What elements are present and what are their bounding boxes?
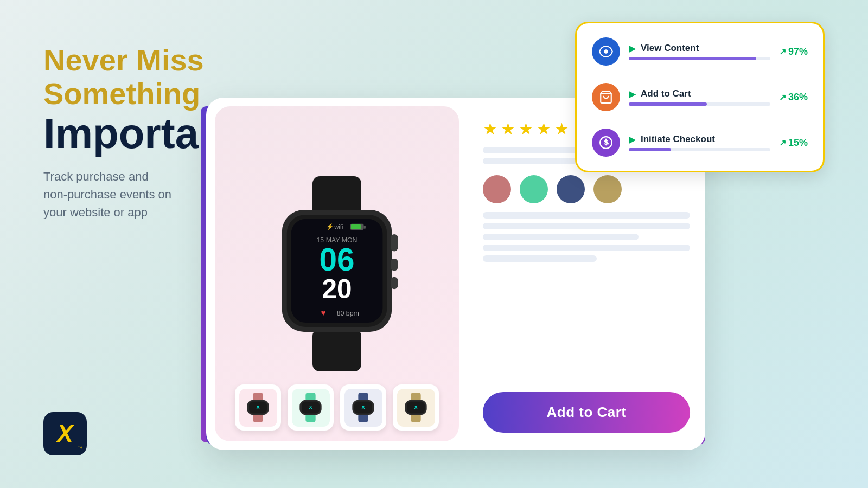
add-to-cart-label: ▶ Add to Cart (629, 88, 770, 99)
view-content-content: ▶ View Content (629, 43, 770, 60)
svg-rect-16 (351, 224, 361, 229)
star-4: ★ (537, 119, 551, 138)
initiate-checkout-percent: ↗ 15% (779, 137, 808, 149)
thumbnail-rose[interactable]: X (235, 384, 281, 431)
thumbnail-strip: X X (215, 384, 459, 431)
svg-text:06: 06 (319, 242, 354, 277)
add-to-cart-bar (629, 102, 707, 106)
logo-letter: X (57, 422, 73, 446)
watch-svg: 15 MAY MON 06 20 ♥ 80 bpm ⚡ wifi (256, 176, 418, 371)
product-image-section: 15 MAY MON 06 20 ♥ 80 bpm ⚡ wifi (215, 106, 459, 441)
swatch-gold[interactable] (593, 175, 622, 203)
star-3: ★ (519, 119, 533, 138)
desc-line-3 (483, 234, 639, 240)
view-content-bar-bg (629, 57, 770, 60)
metric-view-content: ▶ View Content ↗ 97% (585, 32, 814, 71)
more-description-lines (483, 212, 690, 383)
add-to-cart-content: ▶ Add to Cart (629, 88, 770, 106)
add-to-cart-percent: ↗ 36% (779, 92, 808, 103)
svg-rect-17 (364, 226, 366, 229)
swatch-rose[interactable] (483, 175, 511, 203)
svg-rect-12 (391, 277, 398, 290)
star-2: ★ (501, 119, 515, 138)
svg-text:X: X (309, 404, 312, 410)
desc-line-2 (483, 223, 690, 229)
up-arrow-icon-3: ↗ (779, 138, 786, 148)
view-content-bar (629, 57, 756, 60)
subtitle-line3: your website or app (43, 206, 148, 219)
svg-text:$: $ (604, 138, 608, 146)
initiate-checkout-content: ▶ Initiate Checkout (629, 134, 770, 151)
swatch-mint[interactable] (520, 175, 548, 203)
svg-rect-11 (391, 259, 398, 271)
star-5: ★ (554, 119, 569, 138)
svg-text:♥: ♥ (321, 308, 326, 317)
thumbnail-gold[interactable]: X (393, 384, 439, 431)
star-1: ★ (483, 119, 497, 138)
color-swatches (483, 175, 690, 203)
initiate-checkout-label: ▶ Initiate Checkout (629, 134, 770, 145)
add-to-cart-icon (592, 83, 620, 111)
add-to-cart-button[interactable]: Add to Cart (483, 392, 690, 433)
view-content-percent: ↗ 97% (779, 46, 808, 57)
svg-point-38 (604, 49, 608, 54)
svg-rect-1 (312, 329, 361, 371)
up-arrow-icon-2: ↗ (779, 92, 786, 102)
svg-text:X: X (256, 404, 260, 410)
desc-line-1 (483, 212, 690, 219)
desc-line-5 (483, 255, 597, 262)
subtitle-line1: Track purchase and (43, 170, 149, 183)
view-content-label: ▶ View Content (629, 43, 770, 54)
initiate-checkout-bar (629, 148, 671, 151)
swatch-navy[interactable] (557, 175, 585, 203)
metric-add-to-cart: ▶ Add to Cart ↗ 36% (585, 78, 814, 117)
thumbnail-mint[interactable]: X (288, 384, 334, 431)
svg-text:wifi: wifi (334, 223, 343, 230)
svg-text:X: X (414, 404, 418, 410)
logo-tm: ™ (78, 446, 82, 451)
initiate-checkout-icon: $ (592, 129, 620, 157)
svg-text:⚡: ⚡ (326, 223, 334, 230)
svg-text:X: X (361, 404, 365, 410)
initiate-checkout-bar-bg (629, 148, 770, 151)
subtitle-line2: non-purchase events on (43, 188, 171, 201)
product-image: 15 MAY MON 06 20 ♥ 80 bpm ⚡ wifi (245, 171, 429, 377)
up-arrow-icon: ↗ (779, 47, 786, 57)
metrics-panel: ▶ View Content ↗ 97% ▶ Add to Cart (575, 22, 825, 172)
svg-rect-10 (391, 234, 398, 252)
metric-initiate-checkout: $ ▶ Initiate Checkout ↗ 15% (585, 123, 814, 162)
svg-text:20: 20 (322, 274, 352, 304)
svg-text:80 bpm: 80 bpm (337, 310, 359, 317)
thumbnail-navy[interactable]: X (340, 384, 386, 431)
view-content-icon (592, 37, 620, 66)
desc-line-4 (483, 245, 690, 251)
brand-logo: X ™ (43, 412, 87, 455)
add-to-cart-bar-bg (629, 102, 770, 106)
